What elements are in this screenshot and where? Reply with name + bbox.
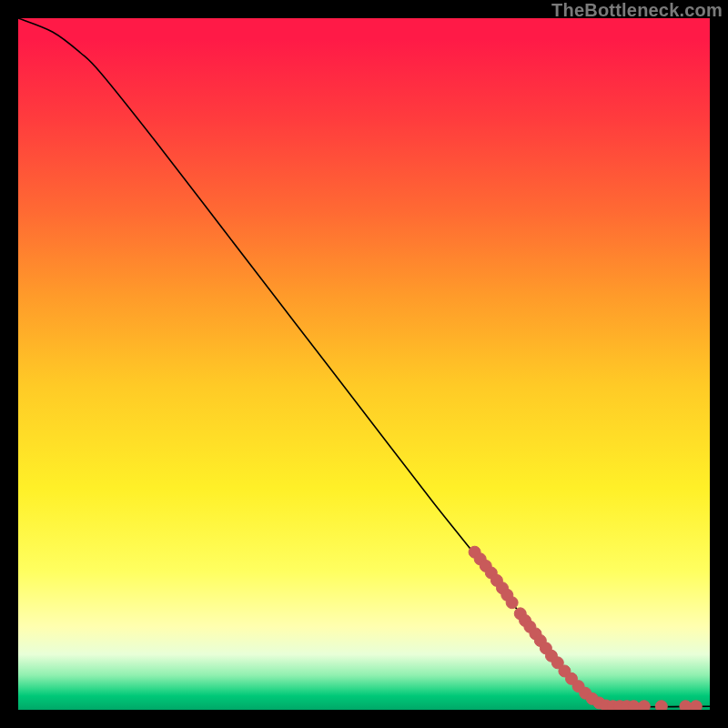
- data-marker: [506, 597, 518, 609]
- chart-svg: [18, 18, 710, 710]
- data-marker: [655, 701, 667, 710]
- markers-group: [469, 546, 702, 710]
- plot-area: [18, 18, 710, 710]
- chart-frame: TheBottleneck.com: [0, 0, 728, 728]
- curve-line: [18, 18, 710, 707]
- data-marker: [638, 701, 650, 710]
- watermark-text: TheBottleneck.com: [551, 0, 723, 21]
- data-marker: [690, 701, 702, 710]
